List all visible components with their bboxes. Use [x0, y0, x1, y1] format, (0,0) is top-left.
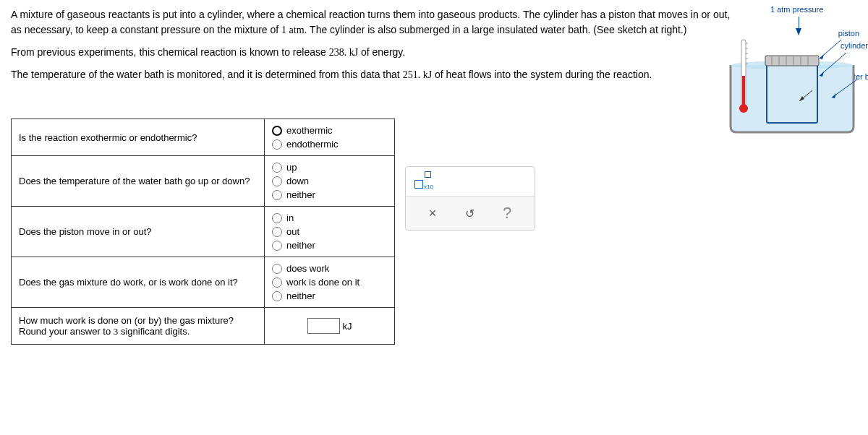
opt-endothermic[interactable]: endothermic [272, 137, 387, 151]
q3-cell: Does the piston move in or out? [12, 207, 265, 257]
p3-text-a: The temperature of the water bath is mon… [11, 69, 403, 80]
opt-neither3-label: neither [286, 240, 315, 251]
svg-rect-10 [742, 76, 745, 107]
question-table: Is the reaction exothermic or endothermi… [11, 119, 395, 345]
q5-text-b: significant digits. [118, 326, 190, 337]
radio-doeswork[interactable] [272, 264, 282, 274]
q1-options: exothermic endothermic [265, 119, 395, 156]
reset-icon[interactable]: ↺ [465, 207, 475, 220]
helper-panel: x10 × ↺ ? [405, 166, 535, 231]
opt-exothermic[interactable]: exothermic [272, 124, 387, 137]
svg-rect-2 [765, 56, 819, 66]
opt-neither4[interactable]: neither [272, 289, 387, 303]
p2-text-a: From previous experiments, this chemical… [11, 46, 329, 58]
radio-neither3[interactable] [272, 241, 282, 251]
opt-in-label: in [286, 212, 294, 223]
q2-cell: Does the temperature of the water bath g… [12, 156, 265, 207]
q5-cell: How much work is done on (or by) the gas… [12, 308, 265, 345]
radio-neither4[interactable] [272, 291, 282, 301]
kj-unit: kJ [343, 321, 352, 332]
p1-value: 1 atm [281, 25, 305, 35]
svg-point-11 [739, 104, 748, 113]
p1-text-b: . The cylinder is also submerged in a la… [305, 24, 687, 35]
label-pressure: 1 atm pressure [770, 5, 823, 14]
opt-in[interactable]: in [272, 211, 387, 225]
p3-value: 251. kJ [403, 69, 432, 80]
p3-text-b: of heat flows into the system during the… [432, 69, 652, 80]
opt-neither2-label: neither [286, 189, 315, 200]
q3-options: in out neither [265, 207, 395, 257]
radio-up[interactable] [272, 163, 282, 173]
opt-down[interactable]: down [272, 174, 387, 188]
helper-top: x10 [406, 167, 535, 196]
q4-cell: Does the gas mixture do work, or is work… [12, 257, 265, 308]
opt-doeswork[interactable]: does work [272, 262, 387, 275]
diagram: 1 atm pressure piston cylinder water ba … [727, 4, 868, 134]
q1-cell: Is the reaction exothermic or endothermi… [12, 119, 265, 156]
q5-answer: kJ [265, 308, 395, 345]
q4-options: does work work is done on it neither [265, 257, 395, 308]
radio-neither2[interactable] [272, 190, 282, 200]
opt-doeswork-label: does work [286, 263, 329, 274]
opt-up-label: up [286, 162, 297, 173]
opt-out[interactable]: out [272, 225, 387, 238]
help-icon[interactable]: ? [503, 204, 511, 223]
radio-endothermic[interactable] [272, 139, 282, 150]
opt-workdone[interactable]: work is done on it [272, 275, 387, 289]
opt-neither4-label: neither [286, 290, 315, 301]
radio-workdone[interactable] [272, 277, 282, 288]
opt-up[interactable]: up [272, 160, 387, 174]
radio-out[interactable] [272, 227, 282, 237]
p2-text-b: of energy. [358, 46, 405, 58]
opt-down-label: down [286, 176, 309, 186]
problem-statement: A mixture of gaseous reactants is put in… [11, 7, 734, 82]
radio-exothermic[interactable] [272, 126, 282, 136]
opt-workdone-label: work is done on it [286, 277, 359, 288]
opt-endothermic-label: endothermic [286, 139, 339, 150]
svg-marker-18 [820, 54, 824, 59]
work-input[interactable] [307, 318, 340, 334]
clear-icon[interactable]: × [429, 206, 437, 221]
radio-down[interactable] [272, 176, 282, 186]
radio-in[interactable] [272, 213, 282, 223]
p2-value: 238. kJ [329, 47, 358, 58]
opt-out-label: out [286, 226, 299, 237]
helper-bottom: × ↺ ? [406, 196, 535, 230]
sci-notation-button[interactable]: x10 [414, 174, 433, 189]
opt-neither3[interactable]: neither [272, 238, 387, 252]
opt-neither2[interactable]: neither [272, 188, 387, 202]
opt-exothermic-label: exothermic [286, 125, 333, 136]
apparatus-svg [727, 18, 857, 134]
q2-options: up down neither [265, 156, 395, 207]
